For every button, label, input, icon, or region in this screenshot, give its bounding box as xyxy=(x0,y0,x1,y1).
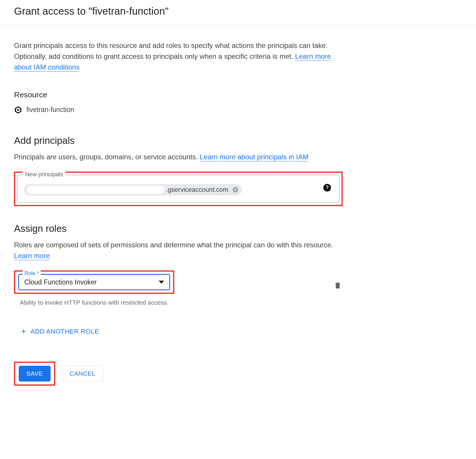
delete-role-button[interactable] xyxy=(333,280,343,290)
help-icon[interactable]: ? xyxy=(323,183,332,192)
principals-desc-text: Principals are users, groups, domains, o… xyxy=(14,153,200,161)
role-select-wrap: Role * Cloud Functions Invoker xyxy=(18,274,170,290)
assign-roles-heading: Assign roles xyxy=(14,223,343,234)
save-button-label: SAVE xyxy=(26,370,43,377)
role-description-text: Ability to invoke HTTP functions with re… xyxy=(20,298,172,307)
intro-paragraph: Grant principals access to this resource… xyxy=(14,40,343,73)
resource-name: fivetran-function xyxy=(26,106,74,114)
learn-more-roles-link[interactable]: Learn more xyxy=(14,252,50,260)
learn-more-principals-link[interactable]: Learn more about principals in IAM xyxy=(200,153,308,161)
new-principals-label: New principals xyxy=(23,171,65,178)
role-select[interactable]: Cloud Functions Invoker xyxy=(18,274,170,290)
roles-description: Roles are composed of sets of permission… xyxy=(14,239,343,261)
panel-header: Grant access to "fivetran-function" xyxy=(0,0,476,25)
resource-row: fivetran-function xyxy=(14,106,343,114)
resource-heading: Resource xyxy=(14,90,343,99)
footer-actions: SAVE CANCEL xyxy=(14,362,343,386)
svg-point-1 xyxy=(18,109,19,110)
add-principals-heading: Add principals xyxy=(14,135,343,146)
role-field-label: Role * xyxy=(23,270,41,277)
principal-chip[interactable]: .gserviceaccount.com xyxy=(24,184,242,196)
principal-chip-masked xyxy=(27,186,164,194)
chip-remove-icon[interactable] xyxy=(231,186,239,194)
intro-text: Grant principals access to this resource… xyxy=(14,42,328,60)
cancel-button-label: CANCEL xyxy=(70,370,96,377)
save-button[interactable]: SAVE xyxy=(19,366,51,382)
roles-desc-text: Roles are composed of sets of permission… xyxy=(14,241,333,249)
highlight-save-box: SAVE xyxy=(14,362,55,386)
cancel-button[interactable]: CANCEL xyxy=(62,366,104,382)
principals-description: Principals are users, groups, domains, o… xyxy=(14,151,343,162)
dropdown-caret-icon xyxy=(159,281,164,284)
highlight-role-box: Role * Cloud Functions Invoker xyxy=(14,270,174,294)
new-principals-field[interactable]: New principals .gserviceaccount.com ? xyxy=(17,175,339,203)
highlight-principals-box: New principals .gserviceaccount.com ? xyxy=(14,172,343,206)
cloud-function-icon xyxy=(14,106,22,114)
role-row: Role * Cloud Functions Invoker Ability t… xyxy=(14,270,343,307)
panel-content: Grant principals access to this resource… xyxy=(0,25,357,386)
trash-icon xyxy=(334,282,342,289)
add-another-role-label: ADD ANOTHER ROLE xyxy=(30,328,99,335)
add-another-role-button[interactable]: + ADD ANOTHER ROLE xyxy=(21,327,99,336)
page-title: Grant access to "fivetran-function" xyxy=(14,5,462,17)
plus-icon: + xyxy=(21,327,26,336)
role-selected-value: Cloud Functions Invoker xyxy=(24,278,97,286)
principal-chip-suffix: .gserviceaccount.com xyxy=(166,186,228,194)
